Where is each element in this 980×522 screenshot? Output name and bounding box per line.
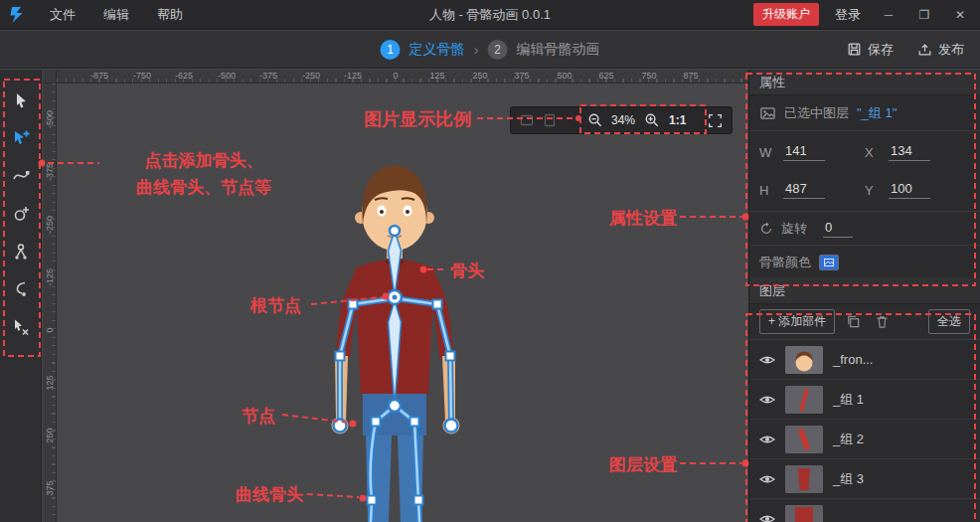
eye-icon[interactable] bbox=[759, 434, 775, 445]
ruler-tick: 500 bbox=[557, 71, 572, 81]
layer-row-group-1[interactable]: _组 1 bbox=[749, 380, 980, 420]
publish-icon bbox=[917, 42, 932, 57]
ruler-tick: -250 bbox=[302, 71, 320, 81]
add-node-tool-button[interactable] bbox=[0, 195, 42, 233]
selected-layer-row: 已选中图层 "_组 1" bbox=[749, 95, 980, 131]
head-node[interactable] bbox=[390, 226, 400, 236]
layer-thumbnail bbox=[785, 346, 823, 374]
select-all-button[interactable]: 全选 bbox=[928, 309, 970, 334]
hook-tool-button[interactable] bbox=[0, 270, 42, 308]
character-scene[interactable] bbox=[57, 84, 748, 522]
zoom-toolbar: 34% 1:1 bbox=[510, 106, 733, 134]
layer-name: _组 2 bbox=[833, 431, 864, 448]
actual-size-button[interactable]: 1:1 bbox=[669, 113, 686, 127]
armature-tool-button[interactable] bbox=[0, 233, 42, 270]
rotate-icon bbox=[759, 222, 773, 236]
hook-icon bbox=[11, 279, 31, 299]
step-1-badge[interactable]: 1 bbox=[381, 40, 401, 60]
disabled-view-icon-2[interactable] bbox=[543, 113, 557, 127]
y-field[interactable]: 100 bbox=[889, 181, 930, 199]
disabled-view-icon-1[interactable] bbox=[520, 113, 534, 127]
picture-icon bbox=[759, 105, 776, 121]
width-field[interactable]: 141 bbox=[783, 143, 825, 161]
left-toolbar bbox=[0, 70, 42, 522]
curve-bone-tool-button[interactable] bbox=[0, 157, 42, 195]
skeleton-overlay[interactable] bbox=[334, 226, 458, 521]
layer-row-partial[interactable] bbox=[749, 499, 980, 522]
save-label: 保存 bbox=[868, 41, 894, 59]
swatch-picture-icon bbox=[824, 259, 834, 266]
height-field[interactable]: 487 bbox=[783, 181, 825, 199]
fullscreen-icon[interactable] bbox=[708, 113, 723, 128]
login-button[interactable]: 登录 bbox=[831, 6, 865, 24]
eye-icon[interactable] bbox=[759, 394, 775, 406]
layer-thumbnail bbox=[785, 426, 823, 453]
publish-label: 发布 bbox=[938, 41, 964, 59]
cursor-delete-icon bbox=[11, 317, 31, 337]
upgrade-account-button[interactable]: 升级账户 bbox=[753, 3, 819, 26]
ruler-tick: -375 bbox=[45, 163, 55, 181]
canvas-area[interactable]: -875 -750 -625 -500 -375 -250 -125 0 125… bbox=[43, 70, 748, 522]
layers-header: 图层 bbox=[749, 278, 980, 304]
layer-name: _组 1 bbox=[833, 391, 864, 409]
eye-icon[interactable] bbox=[759, 473, 775, 485]
zoom-out-icon[interactable] bbox=[587, 112, 603, 128]
layer-name: _组 3 bbox=[833, 470, 864, 488]
ruler-tick: 125 bbox=[45, 375, 55, 390]
ruler-tick: 125 bbox=[429, 71, 444, 81]
save-icon bbox=[847, 42, 862, 57]
layer-row-group-2[interactable]: _组 2 bbox=[749, 420, 980, 459]
ruler-corner bbox=[43, 70, 57, 84]
add-bone-icon bbox=[11, 128, 31, 148]
dimensions-group: W 141 X 134 H 487 Y 100 bbox=[749, 131, 980, 211]
ruler-tick: -375 bbox=[259, 71, 277, 81]
duplicate-layer-button[interactable] bbox=[842, 311, 864, 333]
ruler-tick: -250 bbox=[45, 216, 55, 234]
eye-icon[interactable] bbox=[759, 354, 775, 366]
x-field[interactable]: 134 bbox=[889, 143, 930, 161]
step-2-label[interactable]: 编辑骨骼动画 bbox=[517, 41, 600, 59]
layer-thumbnail bbox=[785, 386, 823, 414]
ruler-tick: -125 bbox=[344, 71, 362, 81]
zoom-in-icon[interactable] bbox=[644, 112, 660, 128]
left-hand-node[interactable] bbox=[334, 420, 347, 433]
menu-help[interactable]: 帮助 bbox=[143, 0, 197, 30]
curve-bone-icon bbox=[11, 166, 31, 186]
bone-color-label: 骨骼颜色 bbox=[759, 254, 811, 271]
layers-toolbar: + 添加部件 全选 bbox=[749, 304, 980, 340]
step-2-badge[interactable]: 2 bbox=[488, 40, 508, 60]
minimize-button[interactable]: ─ bbox=[877, 8, 900, 22]
select-tool-button[interactable] bbox=[0, 82, 42, 119]
step-1-label[interactable]: 定义骨骼 bbox=[409, 41, 465, 59]
right-panel: 属性 已选中图层 "_组 1" W 141 X 134 H 487 bbox=[748, 70, 980, 522]
layer-thumbnail bbox=[785, 465, 823, 493]
ruler-tick: -625 bbox=[175, 71, 193, 81]
menu-edit[interactable]: 编辑 bbox=[89, 0, 143, 30]
layer-row-front[interactable]: _fron... bbox=[749, 340, 980, 380]
rotate-label: 旋转 bbox=[781, 220, 807, 238]
maximize-button[interactable]: ❐ bbox=[912, 8, 936, 22]
menu-file[interactable]: 文件 bbox=[36, 0, 89, 30]
ruler-tick: 375 bbox=[514, 71, 529, 81]
app-window: 人物 - 骨骼动画 0.0.1 文件 编辑 帮助 升级账户 登录 ─ ❐ ✕ 1… bbox=[0, 0, 980, 522]
right-hand-node[interactable] bbox=[445, 420, 458, 433]
app-logo-icon bbox=[8, 6, 26, 24]
cursor-icon bbox=[11, 90, 31, 110]
save-button[interactable]: 保存 bbox=[847, 41, 894, 59]
rotate-field[interactable]: 0 bbox=[823, 220, 853, 238]
ruler-tick: 375 bbox=[45, 480, 55, 495]
delete-node-tool-button[interactable] bbox=[0, 308, 42, 346]
layer-row-group-3[interactable]: _组 3 bbox=[749, 459, 980, 499]
armature-icon bbox=[11, 242, 31, 261]
selected-layer-name: "_组 1" bbox=[857, 104, 897, 122]
y-label: Y bbox=[865, 183, 881, 198]
root-node-center bbox=[393, 295, 398, 300]
eye-icon[interactable] bbox=[759, 513, 775, 522]
pelvis-node[interactable] bbox=[389, 400, 401, 412]
add-part-button[interactable]: + 添加部件 bbox=[759, 309, 835, 334]
close-button[interactable]: ✕ bbox=[948, 8, 972, 22]
add-bone-tool-button[interactable] bbox=[0, 119, 42, 157]
bone-color-swatch[interactable] bbox=[819, 255, 839, 270]
delete-layer-button[interactable] bbox=[871, 311, 893, 333]
publish-button[interactable]: 发布 bbox=[917, 41, 964, 59]
